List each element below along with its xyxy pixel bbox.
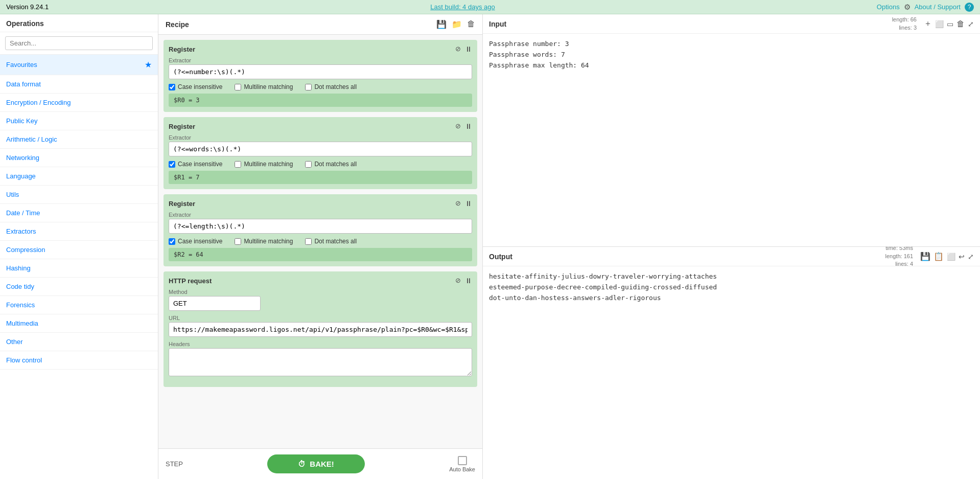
input-content[interactable]: Passphrase number: 3 Passphrase words: 7… [483, 34, 980, 246]
pause-icon-1[interactable]: ⏸ [465, 45, 472, 53]
register-card-2: Register ⊘ ⏸ Extractor Case insensitive [164, 117, 477, 189]
dot-matches-check-3[interactable]: Dot matches all [305, 238, 357, 245]
sidebar-item-arithmetic---logic[interactable]: Arithmetic / Logic [0, 130, 158, 149]
save-icon[interactable]: 💾 [436, 19, 447, 29]
extractor-label-3: Extractor [169, 212, 472, 218]
right-panel: Input length: 66 lines: 3 ＋ ⬜ ▭ 🗑 ⤢ Pas [483, 14, 980, 479]
extractor-input-2[interactable] [169, 142, 472, 156]
sidebar-item-hashing[interactable]: Hashing [0, 259, 158, 278]
support-link[interactable]: About / Support [915, 3, 961, 11]
headers-textarea[interactable] [169, 348, 472, 376]
case-insensitive-check-1[interactable]: Case insensitive [169, 83, 222, 90]
search-input[interactable] [5, 36, 153, 50]
case-insensitive-check-3[interactable]: Case insensitive [169, 238, 222, 245]
sidebar-item-extractors[interactable]: Extractors [0, 222, 158, 241]
output-actions: 💾 📋 ⬜ ↩ ⤢ [920, 252, 974, 261]
input-length: length: 66 [892, 16, 917, 24]
http-card-header: HTTP request ⊘ ⏸ [169, 277, 472, 285]
sidebar-item-favourites[interactable]: Favourites★ [0, 55, 158, 75]
disable-icon-3[interactable]: ⊘ [455, 199, 461, 208]
input-section: Input length: 66 lines: 3 ＋ ⬜ ▭ 🗑 ⤢ Pas [483, 14, 980, 247]
method-field-group: Method [169, 289, 472, 311]
output-time: time: 53ms [885, 247, 913, 253]
lastbuild-label[interactable]: Last build: 4 days ago [430, 3, 495, 11]
card-title-3: Register [169, 200, 195, 208]
sidebar-item-other[interactable]: Other [0, 333, 158, 351]
disable-icon-http[interactable]: ⊘ [455, 277, 461, 285]
sidebar-item-data-format[interactable]: Data format [0, 75, 158, 94]
expand-input-icon[interactable]: ⤢ [968, 20, 974, 28]
help-icon[interactable]: ? [965, 3, 974, 12]
output-meta: time: 53ms length: 161 lines: 4 [885, 247, 913, 268]
multiline-check-1[interactable]: Multiline matching [235, 83, 293, 90]
multiline-check-3[interactable]: Multiline matching [235, 238, 293, 245]
expand-output-icon[interactable]: ⤢ [968, 253, 974, 261]
card-controls-3: ⊘ ⏸ [455, 199, 472, 208]
add-input-icon[interactable]: ＋ [924, 18, 932, 29]
input-header: Input length: 66 lines: 3 ＋ ⬜ ▭ 🗑 ⤢ [483, 14, 980, 34]
recipe-header: Recipe 💾 📁 🗑 [158, 14, 482, 35]
register-card-3: Register ⊘ ⏸ Extractor Case insensitive [164, 194, 477, 266]
url-label: URL [169, 315, 472, 321]
sidebar-item-language[interactable]: Language [0, 167, 158, 186]
output-header: Output time: 53ms length: 161 lines: 4 💾… [483, 247, 980, 266]
checkboxes-2: Case insensitive Multiline matching Dot … [169, 161, 472, 168]
input-lines: lines: 3 [892, 24, 917, 32]
sidebar-item-public-key[interactable]: Public Key [0, 112, 158, 130]
sidebar-item-utils[interactable]: Utils [0, 186, 158, 204]
extractor-input-3[interactable] [169, 219, 472, 234]
open-file-icon[interactable]: ⬜ [935, 20, 944, 28]
url-field-group: URL [169, 315, 472, 337]
result-box-3: $R2 = 64 [169, 248, 472, 261]
pause-icon-http[interactable]: ⏸ [465, 277, 472, 285]
sidebar-item-forensics[interactable]: Forensics [0, 296, 158, 314]
http-request-card: HTTP request ⊘ ⏸ Method URL Headers [164, 271, 477, 387]
http-card-title: HTTP request [169, 277, 212, 285]
folder-icon[interactable]: 📁 [452, 19, 462, 29]
auto-bake-checkbox[interactable] [458, 456, 467, 465]
pause-icon-3[interactable]: ⏸ [465, 199, 472, 208]
auto-bake-toggle[interactable]: Auto Bake [449, 456, 475, 472]
pause-icon-2[interactable]: ⏸ [465, 122, 472, 130]
clear-input-icon[interactable]: 🗑 [956, 19, 965, 29]
method-input[interactable] [169, 296, 261, 311]
sidebar-item-code-tidy[interactable]: Code tidy [0, 278, 158, 296]
input-actions: ＋ ⬜ ▭ 🗑 ⤢ [924, 18, 974, 29]
save-output-icon[interactable]: 💾 [920, 252, 930, 261]
favourites-star-icon: ★ [145, 60, 152, 70]
dot-matches-check-2[interactable]: Dot matches all [305, 161, 357, 168]
disable-icon-2[interactable]: ⊘ [455, 122, 461, 130]
card-controls-1: ⊘ ⏸ [455, 45, 472, 53]
delete-icon[interactable]: 🗑 [467, 19, 475, 29]
multiline-check-2[interactable]: Multiline matching [235, 161, 293, 168]
extractor-field-group-2: Extractor [169, 134, 472, 156]
disable-icon-1[interactable]: ⊘ [455, 45, 461, 53]
method-label: Method [169, 289, 472, 295]
checkboxes-1: Case insensitive Multiline matching Dot … [169, 83, 472, 90]
sidebar-item-compression[interactable]: Compression [0, 241, 158, 259]
sidebar-item-date---time[interactable]: Date / Time [0, 204, 158, 222]
copy-output-icon[interactable]: 📋 [934, 252, 944, 261]
case-insensitive-check-2[interactable]: Case insensitive [169, 161, 222, 168]
sidebar-item-multimedia[interactable]: Multimedia [0, 314, 158, 333]
bake-button[interactable]: ⏱ BAKE! [267, 454, 365, 473]
card-controls-2: ⊘ ⏸ [455, 122, 472, 130]
headers-label: Headers [169, 341, 472, 347]
bake-icon: ⏱ [298, 460, 306, 468]
url-input[interactable] [169, 322, 472, 337]
headers-field-group: Headers [169, 341, 472, 378]
sidebar-item-encryption---encoding[interactable]: Encryption / Encoding [0, 94, 158, 112]
undo-output-icon[interactable]: ↩ [959, 253, 965, 261]
switch-io-icon[interactable]: ⬜ [947, 253, 955, 261]
sidebar-item-flow-control[interactable]: Flow control [0, 351, 158, 370]
paste-icon[interactable]: ▭ [947, 20, 953, 28]
output-header-right: time: 53ms length: 161 lines: 4 💾 📋 ⬜ ↩ … [885, 247, 974, 268]
sidebar-item-networking[interactable]: Networking [0, 149, 158, 167]
extractor-input-1[interactable] [169, 64, 472, 79]
input-title: Input [489, 20, 506, 28]
recipe-actions: 💾 📁 🗑 [436, 19, 475, 29]
options-link[interactable]: Options [877, 3, 900, 11]
dot-matches-check-1[interactable]: Dot matches all [305, 83, 357, 90]
gear-icon[interactable]: ⚙ [904, 3, 911, 12]
result-box-1: $R0 = 3 [169, 94, 472, 107]
